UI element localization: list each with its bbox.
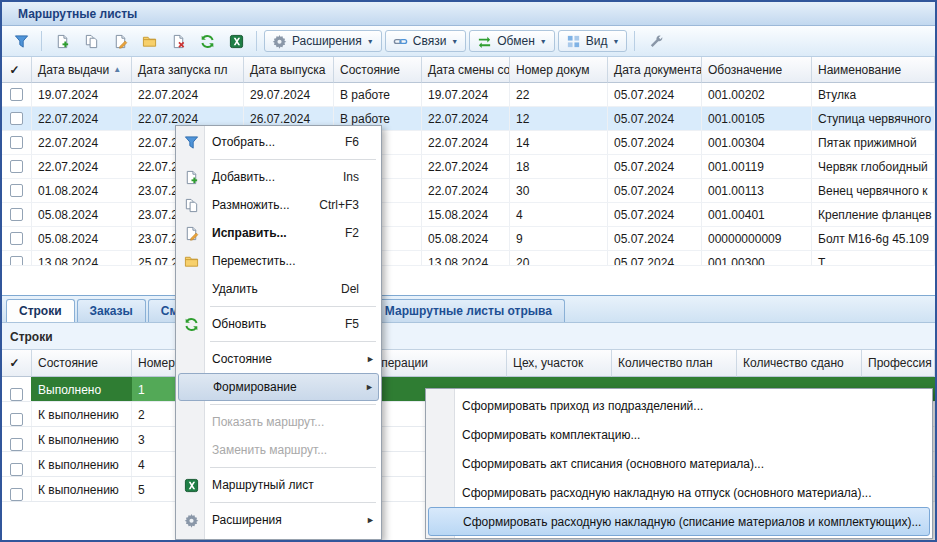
toolbar-menu-links[interactable]: Связи▼ <box>385 30 467 52</box>
toolbar-menu-exchange[interactable]: Обмен▼ <box>469 30 554 52</box>
row-check-cell <box>2 155 32 178</box>
tab-0[interactable]: Строки <box>6 299 75 322</box>
duplicate-button[interactable] <box>78 30 104 52</box>
table-cell: 001.00105 <box>702 107 812 130</box>
formation-submenu-item[interactable]: Сформировать акт списания (основного мат… <box>428 449 930 478</box>
table-row[interactable]: 01.08.202423.07.202422.07.20243005.07.20… <box>2 179 935 203</box>
column-header-5[interactable]: Количество план <box>612 350 737 377</box>
table-row[interactable]: 19.07.202422.07.202429.07.2024В работе19… <box>2 83 935 107</box>
table-cell: К выполнению <box>32 427 132 451</box>
toolbar-menu-extensions[interactable]: Расширения▼ <box>264 30 382 52</box>
column-header-0[interactable]: Состояние <box>32 350 132 377</box>
settings-button[interactable] <box>642 30 668 52</box>
row-checkbox[interactable] <box>10 256 23 265</box>
context-menu-item[interactable]: Показать маршрут... <box>178 408 379 436</box>
context-menu-item[interactable]: Размножить...Ctrl+F3 <box>178 191 379 219</box>
context-menu-item[interactable]: Отобрать...F6 <box>178 128 379 156</box>
move-button[interactable] <box>136 30 162 52</box>
edit-button[interactable] <box>107 30 133 52</box>
doc-new-icon <box>178 170 204 185</box>
folder-icon <box>142 34 157 49</box>
context-menu-item[interactable]: Добавить...Ins <box>178 163 379 191</box>
column-header-5[interactable]: Номер докум <box>510 57 608 83</box>
context-menu-item[interactable]: ОбновитьF5 <box>178 310 379 338</box>
tab-1[interactable]: Заказы <box>77 299 146 322</box>
column-header-0[interactable]: Дата выдачи▲ <box>32 57 132 83</box>
column-header-label: Обозначение <box>708 63 782 77</box>
tab-3[interactable]: Маршрутные листы отрыва <box>372 299 565 322</box>
column-header-label: Профессия <box>868 356 932 370</box>
context-menu-item[interactable]: Расширения► <box>178 506 379 534</box>
context-menu-item[interactable]: Формирование► <box>178 373 379 401</box>
doc-copy-icon <box>84 34 99 49</box>
formation-submenu-item[interactable]: Сформировать расходную накладную (списан… <box>428 507 930 536</box>
table-cell: 001.00304 <box>702 131 812 154</box>
route-sheets-table: ✓Дата выдачи▲Дата запуска плДата выпуска… <box>2 57 935 295</box>
column-header-label: Дата запуска пл <box>138 63 227 77</box>
row-checkbox[interactable] <box>10 160 23 173</box>
context-menu-item[interactable]: Состояние► <box>178 345 379 373</box>
table-cell: Пятак прижимной <box>812 131 935 154</box>
titlebar: Маршрутные листы <box>2 2 935 26</box>
table-cell: 05.08.2024 <box>32 227 132 250</box>
dropdown-arrow-icon: ▼ <box>612 38 619 45</box>
column-header-3[interactable]: Состояние <box>334 57 422 83</box>
column-header-4[interactable]: Цех, участок <box>507 350 612 377</box>
row-checkbox[interactable] <box>10 463 23 476</box>
toolbar-separator <box>634 31 635 51</box>
formation-submenu-item[interactable]: Сформировать комплектацию... <box>428 420 930 449</box>
row-checkbox[interactable] <box>10 184 23 197</box>
row-check-cell <box>2 107 32 130</box>
row-checkbox[interactable] <box>10 208 23 221</box>
column-header-label: Состояние <box>38 356 98 370</box>
context-menu-item[interactable]: Заменить маршрут... <box>178 436 379 464</box>
row-checkbox[interactable] <box>10 488 23 501</box>
delete-button[interactable] <box>165 30 191 52</box>
context-menu-item[interactable]: Маршрутный лист <box>178 471 379 499</box>
row-checkbox[interactable] <box>10 112 23 125</box>
table-row[interactable]: 13.08.202425.07.202413.08.20242005.07.20… <box>2 251 935 266</box>
table-cell: 05.07.2024 <box>608 107 702 130</box>
table-cell: 05.08.2024 <box>422 227 510 250</box>
row-check-cell <box>2 402 32 426</box>
export-excel-button[interactable] <box>223 30 249 52</box>
column-header-6[interactable]: Дата документа <box>608 57 702 83</box>
table-cell: 001.00401 <box>702 203 812 226</box>
table-row[interactable]: 05.08.202423.07.202415.08.2024405.07.202… <box>2 203 935 227</box>
table-cell: Червяк глобоидный <box>812 155 935 178</box>
table-row[interactable]: 22.07.202422.07.202422.07.20241405.07.20… <box>2 131 935 155</box>
table-row[interactable]: 05.08.202423.07.202405.08.2024905.07.202… <box>2 227 935 251</box>
row-checkbox[interactable] <box>10 136 23 149</box>
formation-submenu-item[interactable]: Сформировать приход из подразделений... <box>428 391 930 420</box>
column-header-7[interactable]: Профессия <box>862 350 935 377</box>
column-header-7[interactable]: Обозначение <box>702 57 812 83</box>
refresh-button[interactable] <box>194 30 220 52</box>
column-header-4[interactable]: Дата смены сос <box>422 57 510 83</box>
table-row[interactable]: 22.07.202422.07.202422.07.20241805.07.20… <box>2 155 935 179</box>
row-checkbox[interactable] <box>10 413 23 426</box>
table-cell: 4 <box>510 203 608 226</box>
filter-button[interactable] <box>8 30 34 52</box>
column-header-label: Дата выпуска <box>250 63 325 77</box>
column-header-label: Дата выдачи <box>38 63 109 77</box>
menu-item-label: Отобрать... <box>212 135 275 149</box>
column-header-2[interactable]: Дата выпуска <box>244 57 334 83</box>
table-cell: В работе <box>334 83 422 106</box>
context-menu-item[interactable]: Переместить... <box>178 247 379 275</box>
formation-submenu-item[interactable]: Сформировать расходную накладную на отпу… <box>428 478 930 507</box>
column-header-8[interactable]: Наименование <box>812 57 935 83</box>
column-header-1[interactable]: Дата запуска пл <box>132 57 244 83</box>
section-header: Строки <box>2 323 935 350</box>
row-checkbox[interactable] <box>10 388 23 401</box>
row-checkbox[interactable] <box>10 232 23 245</box>
add-button[interactable] <box>49 30 75 52</box>
table-cell: 001.00300 <box>702 251 812 265</box>
row-checkbox[interactable] <box>10 88 23 101</box>
table-row[interactable]: 22.07.202422.07.202426.07.2024В работе22… <box>2 107 935 131</box>
column-header-6[interactable]: Количество сдано <box>737 350 862 377</box>
context-menu-item[interactable]: Исправить...F2 <box>178 219 379 247</box>
row-checkbox[interactable] <box>10 438 23 451</box>
toolbar-menu-view[interactable]: Вид▼ <box>558 30 628 52</box>
column-header-1[interactable]: Номер <box>132 350 177 377</box>
context-menu-item[interactable]: УдалитьDel <box>178 275 379 303</box>
